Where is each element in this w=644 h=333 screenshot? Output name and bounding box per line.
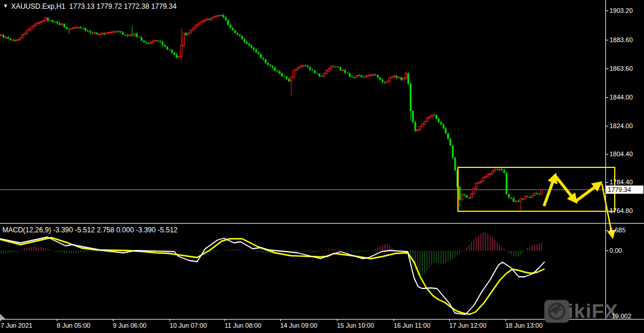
- trend-arrow[interactable]: [544, 176, 555, 206]
- chart-window: WikiFX ▼XAUUSD.Exp,H1 1773.13 1779.72 17…: [0, 0, 644, 333]
- time-axis-label: 18 Jun 13:00: [505, 322, 543, 329]
- time-axis-label: 11 Jun 08:00: [225, 322, 261, 329]
- time-axis-label: 14 Jun 09:00: [280, 322, 318, 329]
- trend-arrow[interactable]: [555, 176, 576, 201]
- price-axis-label: 1844.00: [609, 94, 633, 101]
- macd-axis-label: -19.002: [609, 313, 631, 320]
- time-axis-label: 10 Jun 07:00: [170, 322, 207, 329]
- macd-axis-label: 6.685: [609, 226, 626, 234]
- trend-arrow[interactable]: [576, 183, 600, 201]
- current-price-badge: 1779.34: [606, 186, 643, 194]
- time-axis-label: 17 Jun 12:00: [449, 322, 487, 329]
- price-axis-label: 1784.40: [609, 178, 633, 186]
- symbol-name: XAUUSD.Exp,H1: [11, 2, 66, 11]
- time-axis-label: 16 Jun 11:00: [394, 322, 431, 329]
- time-axis-label: 15 Jun 10:00: [337, 322, 374, 329]
- price-axis-label: 1883.60: [609, 36, 633, 43]
- chevron-down-icon[interactable]: ▼: [3, 3, 8, 9]
- time-axis-label: 9 Jun 06:00: [113, 322, 147, 329]
- price-axis-label: 1764.80: [609, 207, 633, 214]
- macd-indicator-label: MACD(12,26,9) -3.390 -5.512 2.758 0.000 …: [2, 226, 178, 234]
- symbol-title: ▼XAUUSD.Exp,H1 1773.13 1779.72 1772.38 1…: [3, 2, 177, 11]
- price-axis-label: 1824.00: [609, 122, 633, 129]
- ohlc-readout: 1773.13 1779.72 1772.38 1779.34: [69, 2, 177, 11]
- price-axis-label: 1804.40: [609, 150, 633, 157]
- price-axis-label: 1903.20: [609, 7, 633, 14]
- time-axis-label: 7 Jun 2021: [1, 322, 32, 329]
- trend-annotation-layer[interactable]: [0, 0, 644, 333]
- price-axis-label: 1863.60: [609, 65, 633, 72]
- macd-axis-label: 0.00: [609, 247, 622, 254]
- time-axis-label: 8 Jun 05:00: [57, 322, 91, 329]
